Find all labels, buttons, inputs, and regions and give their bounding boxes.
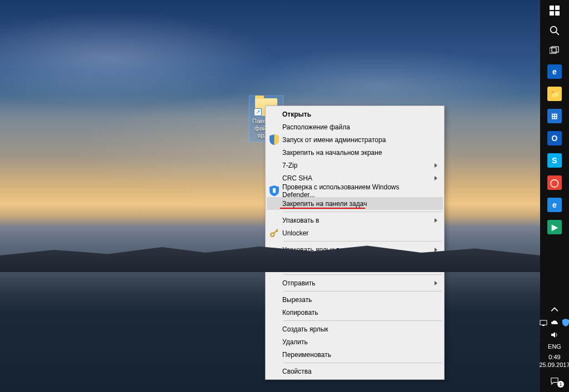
menu-item-label: Unlocker bbox=[282, 229, 308, 237]
menu-item-label: Копировать bbox=[282, 309, 318, 316]
menu-separator bbox=[283, 291, 442, 292]
menu-item-0[interactable]: Открыть bbox=[267, 108, 443, 120]
menu-item-25[interactable]: Свойства bbox=[267, 365, 443, 378]
defender-icon bbox=[269, 186, 279, 195]
highlight-underline bbox=[280, 208, 365, 209]
ie-icon: e bbox=[547, 198, 562, 212]
menu-item-23[interactable]: Переименовать bbox=[267, 348, 443, 361]
menu-item-2[interactable]: Запуск от имени администратора bbox=[267, 133, 443, 146]
menu-item-12[interactable]: Упаковать ярлык в bbox=[267, 243, 443, 256]
chevron-right-icon bbox=[435, 163, 437, 168]
chevron-right-icon bbox=[435, 281, 437, 285]
menu-item-9[interactable]: Упаковать в bbox=[267, 214, 443, 227]
svg-rect-12 bbox=[540, 320, 547, 325]
tray-overflow-button[interactable] bbox=[541, 304, 568, 315]
taskbar-app-outlook[interactable]: O bbox=[541, 128, 568, 149]
menu-item-label: Запуск от имени администратора bbox=[282, 136, 386, 144]
menu-item-label: Переименовать bbox=[282, 351, 331, 359]
taskbar-app-skype[interactable]: S bbox=[541, 150, 568, 171]
svg-rect-5 bbox=[555, 6, 560, 10]
menu-item-1[interactable]: Расположение файла bbox=[267, 120, 443, 133]
svg-point-8 bbox=[551, 27, 557, 33]
menu-item-label: Расположение файла bbox=[282, 123, 350, 131]
menu-item-4[interactable]: 7-Zip bbox=[267, 159, 443, 172]
menu-item-label: Упаковать ярлык в bbox=[282, 246, 340, 254]
svg-rect-6 bbox=[550, 11, 554, 16]
chevron-right-icon bbox=[435, 218, 437, 223]
onedrive-icon[interactable] bbox=[551, 319, 558, 328]
menu-item-18[interactable]: Вырезать bbox=[267, 293, 443, 306]
menu-item-label: Свойства bbox=[282, 368, 312, 375]
svg-line-3 bbox=[277, 230, 278, 232]
menu-item-label: Удалить bbox=[282, 338, 308, 346]
svg-rect-4 bbox=[550, 6, 554, 10]
taskbar-app-store[interactable]: ⊞ bbox=[541, 105, 568, 127]
shield-icon bbox=[269, 135, 279, 144]
menu-item-22[interactable]: Удалить bbox=[267, 335, 443, 348]
menu-item-6[interactable]: Проверка с использованием Windows Defend… bbox=[267, 184, 443, 197]
taskbar: e📁⊞OS◯e▶ ENG 0:49 25.09.2017 1 bbox=[540, 0, 569, 392]
taskbar-app-explorer[interactable]: 📁 bbox=[541, 83, 568, 104]
menu-separator bbox=[283, 320, 442, 321]
menu-item-label: Отправить bbox=[282, 279, 316, 287]
start-button[interactable] bbox=[541, 1, 568, 20]
defender-tray-icon[interactable] bbox=[562, 319, 569, 328]
menu-item-label: Вырезать bbox=[282, 296, 312, 304]
system-tray: ENG 0:49 25.09.2017 1 bbox=[540, 303, 569, 392]
menu-separator bbox=[283, 212, 442, 212]
explorer-icon: 📁 bbox=[547, 87, 562, 101]
menu-item-label: 7-Zip bbox=[282, 162, 297, 169]
menu-item-14[interactable]: Восстановить прежнюю версию bbox=[267, 260, 443, 273]
notification-badge: 1 bbox=[557, 381, 564, 388]
task-view-button[interactable] bbox=[541, 41, 568, 60]
menu-item-label: Создать ярлык bbox=[282, 325, 328, 333]
menu-item-label: Упаковать в bbox=[282, 217, 319, 224]
context-menu: ОткрытьРасположение файлаЗапуск от имени… bbox=[265, 105, 445, 380]
menu-item-label: Восстановить прежнюю версию bbox=[282, 263, 381, 270]
menu-item-7[interactable]: Закрепить на панели задач bbox=[267, 197, 443, 210]
action-center-button[interactable]: 1 bbox=[542, 372, 567, 390]
svg-rect-0 bbox=[273, 188, 276, 193]
menu-item-label: Закрепить на панели задач bbox=[282, 200, 367, 208]
menu-item-label: Закрепить на начальном экране bbox=[282, 149, 382, 157]
svg-rect-7 bbox=[555, 11, 560, 16]
edge-icon: e bbox=[547, 64, 562, 79]
menu-item-label: Проверка с использованием Windows Defend… bbox=[282, 183, 432, 199]
chrome-icon: ◯ bbox=[547, 175, 562, 190]
desktop-wallpaper[interactable]: ↗ Пакетный файл — ярлык ОткрытьРасположе… bbox=[0, 0, 540, 392]
menu-item-label: Открыть bbox=[282, 110, 311, 118]
search-button[interactable] bbox=[541, 21, 568, 40]
clock-time: 0:49 bbox=[539, 353, 569, 361]
svg-line-9 bbox=[556, 32, 559, 35]
menu-item-label: CRC SHA bbox=[282, 174, 312, 182]
language-indicator[interactable]: ENG bbox=[548, 343, 561, 350]
shortcut-arrow-icon: ↗ bbox=[254, 108, 262, 116]
clock[interactable]: 0:49 25.09.2017 bbox=[539, 353, 569, 369]
misc-icon: ▶ bbox=[547, 220, 562, 234]
menu-item-16[interactable]: Отправить bbox=[267, 277, 443, 289]
store-icon: ⊞ bbox=[547, 109, 562, 123]
menu-item-19[interactable]: Копировать bbox=[267, 306, 443, 319]
svg-rect-13 bbox=[542, 325, 545, 326]
menu-item-3[interactable]: Закрепить на начальном экране bbox=[267, 146, 443, 159]
menu-separator bbox=[283, 274, 442, 275]
taskbar-app-ie[interactable]: e bbox=[541, 194, 568, 215]
taskbar-app-edge[interactable]: e bbox=[541, 61, 568, 82]
menu-item-21[interactable]: Создать ярлык bbox=[267, 323, 443, 335]
menu-separator bbox=[283, 241, 442, 242]
chevron-right-icon bbox=[435, 176, 437, 180]
menu-item-10[interactable]: Unlocker bbox=[267, 227, 443, 239]
volume-icon[interactable] bbox=[551, 331, 558, 340]
chevron-right-icon bbox=[435, 248, 437, 252]
menu-separator bbox=[283, 258, 442, 258]
taskbar-app-misc[interactable]: ▶ bbox=[541, 217, 568, 238]
key-icon bbox=[269, 228, 279, 238]
clock-date: 25.09.2017 bbox=[539, 361, 569, 369]
outlook-icon: O bbox=[547, 131, 562, 145]
network-icon[interactable] bbox=[540, 319, 547, 328]
menu-separator bbox=[283, 363, 442, 363]
skype-icon: S bbox=[547, 153, 562, 168]
taskbar-app-chrome[interactable]: ◯ bbox=[541, 172, 568, 193]
